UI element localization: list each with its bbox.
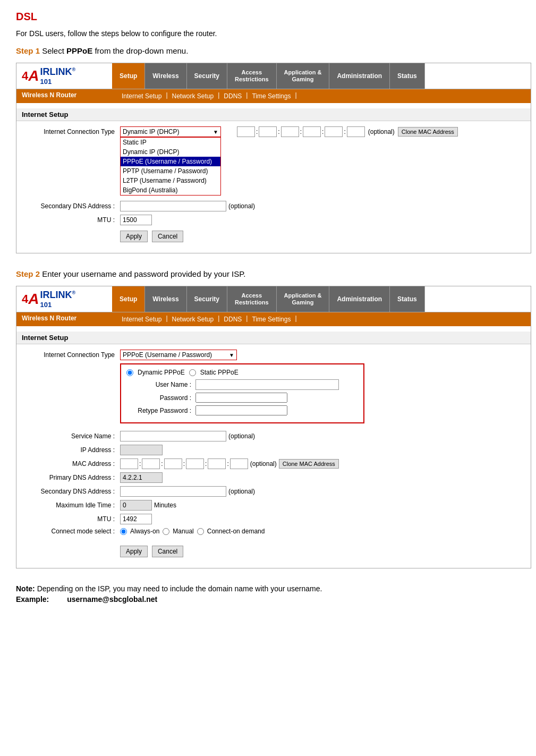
nav-bar-2: 4 A IRLINK® 101 Setup Wireless Security … — [16, 286, 531, 312]
dropdown-wrapper-1: Dynamic IP (DHCP) ▼ Static IP Dynamic IP… — [120, 126, 221, 137]
drop-item-pptp[interactable]: PPTP (Username / Password) — [121, 166, 220, 176]
mtu-input-2[interactable]: 1492 — [120, 514, 152, 524]
secondary-dns-input-1[interactable] — [120, 201, 226, 211]
mtu-row-1: MTU : 1500 — [27, 215, 520, 225]
logo-4: 4 — [22, 69, 28, 83]
ip-address-input[interactable] — [120, 445, 163, 455]
tab-setup-1[interactable]: Setup — [112, 63, 145, 89]
max-idle-unit: Minutes — [154, 502, 176, 509]
manual-radio[interactable] — [163, 528, 169, 535]
sub-nav-network-2[interactable]: Network Setup — [168, 315, 218, 324]
apply-btn-2[interactable]: Apply — [120, 546, 148, 557]
sub-nav-network-1[interactable]: Network Setup — [168, 91, 218, 101]
primary-dns-row: Primary DNS Address : 4.2.2.1 — [27, 472, 520, 483]
primary-dns-label: Primary DNS Address : — [27, 474, 120, 481]
mac-field-1-3[interactable] — [281, 126, 299, 137]
secondary-optional-2: (optional) — [228, 488, 255, 495]
sub-nav-ddns-2[interactable]: DDNS — [219, 315, 246, 324]
tab-security-1[interactable]: Security — [187, 63, 227, 89]
mac-field-1-4[interactable] — [303, 126, 321, 137]
tab-status-1[interactable]: Status — [390, 63, 425, 89]
drop-item-static-ip[interactable]: Static IP — [121, 138, 220, 147]
mac-field-2-2[interactable] — [142, 458, 160, 469]
secondary-dns-row-2: Secondary DNS Address : (optional) — [27, 486, 520, 497]
example-label: Example: — [16, 595, 49, 604]
secondary-optional-1: (optional) — [228, 202, 255, 210]
retype-input[interactable] — [195, 405, 287, 415]
sub-nav-time-2[interactable]: Time Settings — [248, 315, 295, 324]
nav-tabs-1: Setup Wireless Security AccessRestrictio… — [112, 63, 531, 89]
conn-type-row-1: Internet Connection Type Dynamic IP (DHC… — [27, 126, 520, 137]
sub-nav-2: Internet Setup | Network Setup | DDNS | … — [112, 312, 531, 326]
password-input[interactable] — [195, 393, 287, 403]
clone-mac-btn-2[interactable]: Clone MAC Address — [279, 459, 339, 469]
cancel-btn-2[interactable]: Cancel — [152, 546, 183, 557]
mac-field-2-5[interactable] — [208, 458, 226, 469]
always-on-radio[interactable] — [120, 528, 127, 535]
max-idle-input[interactable]: 0 — [120, 500, 152, 511]
mac-field-1-1[interactable] — [237, 126, 255, 137]
mtu-row-2: MTU : 1492 — [27, 514, 520, 524]
sub-nav-internet-1[interactable]: Internet Setup — [117, 91, 166, 101]
conn-type-select-2[interactable]: PPPoE (Username / Password) ▼ — [120, 350, 237, 360]
connect-mode-row: Connect mode select : Always-on Manual C… — [27, 528, 520, 535]
max-idle-row: Maximum Idle Time : 0 Minutes — [27, 500, 520, 511]
conn-type-label-1: Internet Connection Type — [27, 128, 120, 135]
cancel-btn-1[interactable]: Cancel — [152, 231, 183, 242]
secondary-dns-input-2[interactable] — [120, 486, 226, 497]
router-ui-2: 4 A IRLINK® 101 Setup Wireless Security … — [16, 286, 531, 568]
apply-btn-1[interactable]: Apply — [120, 231, 148, 242]
sub-nav-ddns-1[interactable]: DDNS — [219, 91, 246, 101]
logo-area-1: 4 A IRLINK® 101 — [16, 63, 112, 89]
always-on-label: Always-on — [130, 528, 159, 535]
wireless-n-label-2: Wireless N Router — [16, 312, 112, 326]
tab-administration-1[interactable]: Administration — [329, 63, 390, 89]
tab-app-gaming-2[interactable]: Application &Gaming — [277, 286, 330, 312]
tab-setup-2[interactable]: Setup — [112, 286, 145, 312]
mac-field-2-4[interactable] — [186, 458, 204, 469]
mtu-input-1[interactable]: 1500 — [120, 215, 152, 225]
connect-mode-label: Connect mode select : — [27, 528, 120, 535]
drop-item-l2tp[interactable]: L2TP (Username / Password) — [121, 176, 220, 185]
max-idle-label: Maximum Idle Time : — [27, 502, 120, 509]
service-name-row: Service Name : (optional) — [27, 431, 520, 441]
static-pppoe-radio[interactable] — [189, 369, 196, 376]
tab-administration-2[interactable]: Administration — [329, 286, 390, 312]
tab-wireless-1[interactable]: Wireless — [145, 63, 186, 89]
dynamic-pppoe-radio[interactable] — [126, 369, 133, 376]
connect-mode-options: Always-on Manual Connect-on demand — [120, 528, 265, 535]
drop-item-pppoe[interactable]: PPPoE (Username / Password) — [121, 157, 220, 166]
tab-access-restrictions-1[interactable]: AccessRestrictions — [227, 63, 277, 89]
conn-type-select-1[interactable]: Dynamic IP (DHCP) ▼ — [120, 126, 221, 137]
drop-item-bigpond[interactable]: BigPond (Australia) — [121, 185, 220, 195]
dropdown-arrow-1: ▼ — [213, 129, 218, 135]
ip-address-label: IP Address : — [27, 446, 120, 454]
username-input[interactable] — [195, 379, 339, 390]
mac-field-1-6[interactable] — [347, 126, 365, 137]
pppoe-box: Dynamic PPPoE Static PPPoE User Name : P… — [120, 363, 364, 423]
mac-field-2-1[interactable] — [120, 458, 138, 469]
section-title-2: Internet Setup — [16, 332, 531, 344]
mtu-label-1: MTU : — [27, 216, 120, 224]
logo-101-2: 101 — [40, 301, 75, 309]
note-text: Depending on the ISP, you may need to in… — [37, 584, 322, 593]
tab-wireless-2[interactable]: Wireless — [145, 286, 186, 312]
tab-status-2[interactable]: Status — [390, 286, 425, 312]
tab-security-2[interactable]: Security — [187, 286, 227, 312]
mac-row-1: : : : : : (optional) Clone MAC Address — [237, 126, 458, 137]
sub-nav-internet-2[interactable]: Internet Setup — [117, 315, 166, 324]
service-name-input[interactable] — [120, 431, 226, 441]
sub-nav-time-1[interactable]: Time Settings — [248, 91, 295, 101]
tab-app-gaming-1[interactable]: Application &Gaming — [277, 63, 330, 89]
mac-field-1-2[interactable] — [259, 126, 277, 137]
mac-address-label: MAC Address : — [27, 460, 120, 468]
mac-field-2-6[interactable] — [230, 458, 248, 469]
tab-access-restrictions-2[interactable]: AccessRestrictions — [227, 286, 277, 312]
clone-mac-btn-1[interactable]: Clone MAC Address — [398, 127, 458, 137]
drop-item-dynamic-ip[interactable]: Dynamic IP (DHCP) — [121, 147, 220, 157]
mac-field-1-5[interactable] — [325, 126, 343, 137]
connect-on-demand-radio[interactable] — [197, 528, 204, 535]
primary-dns-input[interactable]: 4.2.2.1 — [120, 472, 163, 483]
mac-field-2-3[interactable] — [164, 458, 182, 469]
logo-text: IRLINK® 101 — [40, 66, 75, 86]
